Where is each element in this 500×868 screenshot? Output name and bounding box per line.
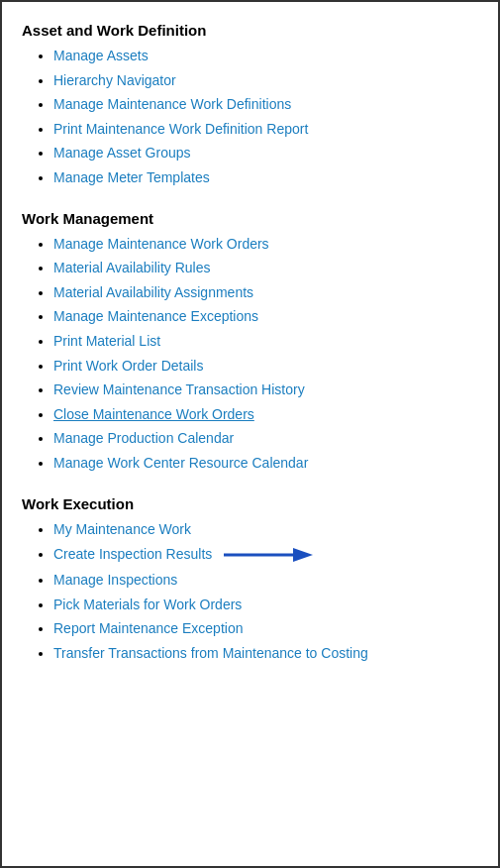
list-item-report-maintenance-exception: Report Maintenance Exception bbox=[53, 619, 478, 639]
link-print-material-list[interactable]: Print Material List bbox=[53, 333, 160, 349]
link-manage-maintenance-work-orders[interactable]: Manage Maintenance Work Orders bbox=[53, 236, 269, 252]
list-item-material-availability-assignments: Material Availability Assignments bbox=[53, 283, 478, 303]
section-work-management: Work ManagementManage Maintenance Work O… bbox=[22, 210, 478, 474]
section-title-asset-work-definition: Asset and Work Definition bbox=[22, 22, 478, 39]
link-review-maintenance-transaction-history[interactable]: Review Maintenance Transaction History bbox=[53, 381, 305, 397]
list-item-manage-maintenance-work-definitions: Manage Maintenance Work Definitions bbox=[53, 95, 478, 115]
link-material-availability-assignments[interactable]: Material Availability Assignments bbox=[53, 284, 253, 300]
list-item-manage-work-center-resource-calendar: Manage Work Center Resource Calendar bbox=[53, 454, 478, 474]
link-manage-asset-groups[interactable]: Manage Asset Groups bbox=[53, 145, 191, 161]
section-title-work-management: Work Management bbox=[22, 210, 478, 227]
page-container: Asset and Work DefinitionManage AssetsHi… bbox=[0, 0, 500, 868]
link-list-asset-work-definition: Manage AssetsHierarchy NavigatorManage M… bbox=[22, 47, 478, 188]
list-item-my-maintenance-work: My Maintenance Work bbox=[53, 520, 478, 540]
svg-marker-1 bbox=[293, 548, 313, 562]
list-item-pick-materials-for-work-orders: Pick Materials for Work Orders bbox=[53, 596, 478, 615]
link-manage-inspections[interactable]: Manage Inspections bbox=[53, 572, 177, 588]
list-item-manage-maintenance-work-orders: Manage Maintenance Work Orders bbox=[53, 235, 478, 255]
list-item-manage-production-calendar: Manage Production Calendar bbox=[53, 429, 478, 449]
section-work-execution: Work ExecutionMy Maintenance WorkCreate … bbox=[22, 495, 478, 664]
link-report-maintenance-exception[interactable]: Report Maintenance Exception bbox=[53, 620, 243, 636]
list-item-print-maintenance-work-definition-report: Print Maintenance Work Definition Report bbox=[53, 120, 478, 140]
link-manage-meter-templates[interactable]: Manage Meter Templates bbox=[53, 169, 210, 185]
link-material-availability-rules[interactable]: Material Availability Rules bbox=[53, 260, 210, 275]
link-print-maintenance-work-definition-report[interactable]: Print Maintenance Work Definition Report bbox=[53, 121, 308, 137]
link-my-maintenance-work[interactable]: My Maintenance Work bbox=[53, 521, 191, 537]
list-item-material-availability-rules: Material Availability Rules bbox=[53, 259, 478, 278]
list-item-manage-asset-groups: Manage Asset Groups bbox=[53, 144, 478, 163]
list-item-transfer-transactions: Transfer Transactions from Maintenance t… bbox=[53, 644, 478, 664]
list-item-print-work-order-details: Print Work Order Details bbox=[53, 357, 478, 377]
link-manage-production-calendar[interactable]: Manage Production Calendar bbox=[53, 430, 234, 446]
list-item-print-material-list: Print Material List bbox=[53, 332, 478, 352]
list-item-close-maintenance-work-orders: Close Maintenance Work Orders bbox=[53, 405, 478, 425]
list-item-review-maintenance-transaction-history: Review Maintenance Transaction History bbox=[53, 380, 478, 400]
link-manage-maintenance-exceptions[interactable]: Manage Maintenance Exceptions bbox=[53, 308, 258, 324]
link-pick-materials-for-work-orders[interactable]: Pick Materials for Work Orders bbox=[53, 597, 242, 612]
link-list-work-execution: My Maintenance WorkCreate Inspection Res… bbox=[22, 520, 478, 664]
list-item-manage-inspections: Manage Inspections bbox=[53, 571, 478, 591]
link-create-inspection-results[interactable]: Create Inspection Results bbox=[53, 545, 212, 565]
link-manage-assets[interactable]: Manage Assets bbox=[53, 48, 149, 63]
section-title-work-execution: Work Execution bbox=[22, 495, 478, 512]
list-item-manage-maintenance-exceptions: Manage Maintenance Exceptions bbox=[53, 307, 478, 327]
link-print-work-order-details[interactable]: Print Work Order Details bbox=[53, 358, 203, 374]
link-manage-maintenance-work-definitions[interactable]: Manage Maintenance Work Definitions bbox=[53, 96, 291, 112]
list-item-create-inspection-results: Create Inspection Results bbox=[53, 544, 478, 566]
list-item-manage-meter-templates: Manage Meter Templates bbox=[53, 168, 478, 188]
link-manage-work-center-resource-calendar[interactable]: Manage Work Center Resource Calendar bbox=[53, 455, 308, 471]
link-close-maintenance-work-orders[interactable]: Close Maintenance Work Orders bbox=[53, 406, 254, 422]
list-item-hierarchy-navigator: Hierarchy Navigator bbox=[53, 71, 478, 91]
link-list-work-management: Manage Maintenance Work OrdersMaterial A… bbox=[22, 235, 478, 474]
list-item-manage-assets: Manage Assets bbox=[53, 47, 478, 66]
link-transfer-transactions[interactable]: Transfer Transactions from Maintenance t… bbox=[53, 645, 368, 661]
link-hierarchy-navigator[interactable]: Hierarchy Navigator bbox=[53, 72, 176, 88]
arrow-icon-create-inspection-results bbox=[224, 544, 313, 566]
section-asset-work-definition: Asset and Work DefinitionManage AssetsHi… bbox=[22, 22, 478, 188]
arrow-row-create-inspection-results: Create Inspection Results bbox=[53, 544, 478, 566]
